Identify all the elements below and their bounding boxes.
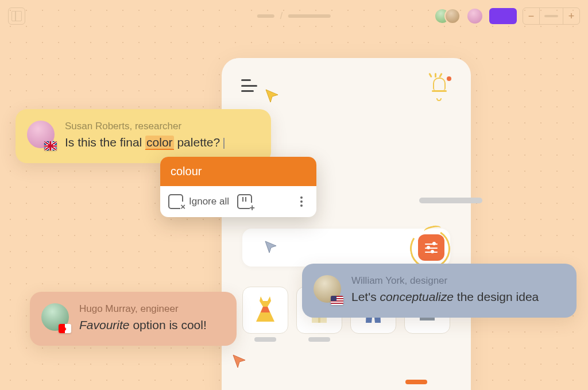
spelling-suggestion-popover: colour Ignore all	[160, 157, 316, 217]
top-bar: / − +	[0, 0, 588, 32]
avatar[interactable]	[444, 8, 461, 24]
comment-author: Hugo Murray, engineer	[79, 303, 207, 315]
spelling-highlight[interactable]: color	[145, 136, 174, 149]
comment-text: Favourite option is cool!	[79, 317, 207, 333]
breadcrumb: /	[257, 11, 331, 21]
product-label-placeholder	[254, 337, 276, 342]
current-user-avatar[interactable]	[466, 7, 483, 25]
text-cursor: |	[222, 134, 225, 150]
avatar	[27, 121, 55, 148]
zoom-out-button[interactable]: −	[523, 8, 539, 24]
bell-icon	[433, 78, 446, 90]
comment-author: William York, designer	[351, 275, 539, 287]
collaborator-avatars[interactable]	[434, 8, 461, 24]
dress-icon	[253, 295, 278, 325]
panel-icon	[11, 11, 22, 21]
comment-text: Let's conceptualize the design idea	[351, 289, 539, 305]
panel-toggle-button[interactable]	[8, 7, 25, 25]
flag-uk-icon	[44, 141, 57, 150]
flag-canada-icon: ♦	[59, 324, 71, 333]
more-options-button[interactable]	[295, 195, 308, 208]
dictionary-add-icon	[237, 194, 252, 209]
comment-author: Susan Roberts, researcher	[65, 121, 226, 132]
product-label-placeholder	[308, 337, 330, 342]
breadcrumb-segment[interactable]	[288, 14, 331, 18]
filter-button[interactable]	[418, 234, 444, 261]
product-card[interactable]	[242, 287, 288, 342]
flag-us-icon	[331, 296, 343, 305]
suggestion-correction[interactable]: colour	[160, 157, 316, 186]
zoom-level[interactable]	[539, 8, 563, 24]
notification-dot	[447, 76, 451, 81]
comment-card-hugo[interactable]: ♦ Hugo Murray, engineer Favourite option…	[30, 292, 237, 346]
mobile-mockup	[222, 58, 471, 390]
ignore-icon	[168, 194, 183, 209]
notifications-button[interactable]	[431, 75, 451, 96]
comment-text[interactable]: Is this the final color palette?|	[65, 134, 226, 150]
price-accent	[405, 380, 427, 384]
comment-card-william[interactable]: William York, designer Let's conceptuali…	[302, 264, 577, 318]
zoom-controls: − +	[523, 7, 580, 25]
avatar: ♦	[41, 303, 69, 331]
avatar	[314, 275, 341, 303]
sliders-icon	[425, 242, 438, 253]
breadcrumb-separator: /	[280, 11, 283, 21]
breadcrumb-segment[interactable]	[257, 14, 274, 18]
share-button[interactable]	[489, 8, 517, 24]
zoom-in-button[interactable]: +	[563, 8, 579, 24]
ignore-all-button[interactable]: Ignore all	[168, 194, 229, 209]
comment-card-susan[interactable]: Susan Roberts, researcher Is this the fi…	[16, 109, 271, 163]
menu-button[interactable]	[241, 79, 257, 92]
add-to-dictionary-button[interactable]	[237, 194, 252, 209]
